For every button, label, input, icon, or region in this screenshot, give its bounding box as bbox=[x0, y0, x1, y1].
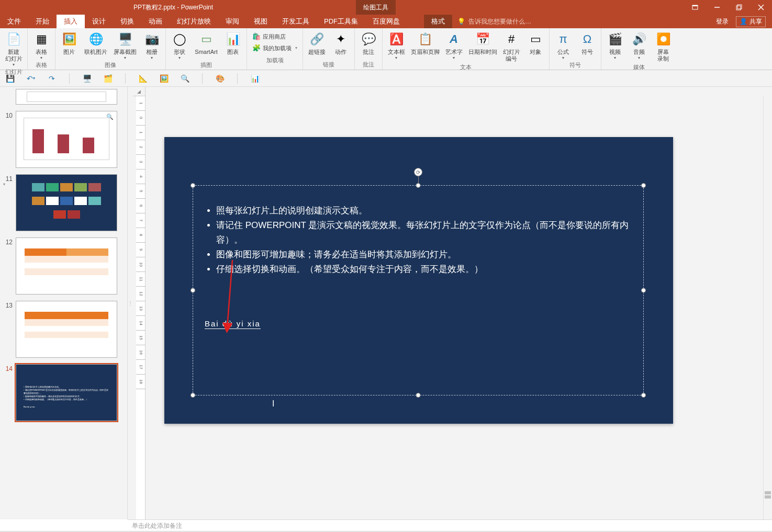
resize-handle-n[interactable] bbox=[416, 183, 421, 188]
chart-button[interactable]: 📊图表 bbox=[221, 29, 244, 55]
action-icon: ✦ bbox=[332, 31, 349, 48]
addins-icon: 🧩 bbox=[252, 44, 261, 52]
album-button[interactable]: 📷相册▾ bbox=[140, 29, 163, 60]
object-button[interactable]: ▭对象 bbox=[524, 29, 547, 55]
slide-14: ⟳ 照每张幻灯片上的说明创建演示文稿。 请记住 bbox=[164, 137, 673, 424]
qat-icon-4[interactable]: 🖼️ bbox=[158, 73, 170, 84]
tab-transitions[interactable]: 切换 bbox=[113, 15, 141, 28]
thumbnail-14[interactable]: 14 • 照每张幻灯片上的说明创建演示文稿。 • 请记住POWERPOINT是演… bbox=[0, 362, 127, 425]
resize-handle-sw[interactable] bbox=[191, 393, 195, 398]
my-addins-button[interactable]: 🧩我的加载项▾ bbox=[252, 43, 297, 53]
thumbnail-13[interactable]: 13 bbox=[0, 299, 127, 362]
tab-format[interactable]: 格式 bbox=[424, 15, 452, 28]
tab-animations[interactable]: 动画 bbox=[141, 15, 170, 28]
screen-rec-button[interactable]: ⏺️屏幕 录制 bbox=[652, 29, 675, 62]
tab-insert[interactable]: 插入 bbox=[57, 15, 85, 28]
header-footer-button[interactable]: 📋页眉和页脚 bbox=[409, 29, 441, 55]
picture-button[interactable]: 🖼️图片 bbox=[58, 29, 81, 55]
qat-icon-6[interactable]: 🎨 bbox=[214, 73, 226, 84]
audio-button[interactable]: 🔊音频▾ bbox=[628, 29, 651, 60]
tab-slideshow[interactable]: 幻灯片放映 bbox=[170, 15, 218, 28]
store-icon: 🛍️ bbox=[252, 32, 261, 41]
thumbnail-9[interactable] bbox=[0, 89, 127, 109]
store-button[interactable]: 🛍️应用商店 bbox=[252, 31, 297, 42]
resize-handle-nw[interactable] bbox=[191, 183, 195, 188]
rotate-handle[interactable]: ⟳ bbox=[414, 168, 422, 176]
thumbnail-12[interactable]: 12 bbox=[0, 235, 127, 299]
login-button[interactable]: 登录 bbox=[716, 17, 729, 26]
ribbon-options-icon[interactable] bbox=[684, 0, 706, 15]
tell-me-search[interactable]: 💡 告诉我您想要做什么… bbox=[452, 15, 536, 28]
shapes-button[interactable]: ◯形状▾ bbox=[168, 29, 191, 60]
splitter-handle[interactable]: ⋮ bbox=[128, 87, 133, 519]
album-icon: 📷 bbox=[143, 31, 160, 48]
slidenum-button[interactable]: #幻灯片 编号 bbox=[500, 29, 523, 62]
tab-file[interactable]: 文件 bbox=[0, 15, 28, 28]
action-button[interactable]: ✦动作 bbox=[329, 29, 352, 55]
hyperlink-icon: 🔗 bbox=[308, 31, 325, 48]
qat-icon-7[interactable]: 📊 bbox=[249, 73, 261, 84]
new-slide-button[interactable]: 📄 新建 幻灯片 ▾ bbox=[2, 29, 25, 67]
online-picture-button[interactable]: 🌐联机图片 bbox=[82, 29, 110, 55]
group-links: 🔗超链接 ✦动作 链接 bbox=[303, 28, 355, 70]
resize-handle-ne[interactable] bbox=[641, 183, 646, 188]
equation-button[interactable]: π公式▾ bbox=[552, 29, 575, 60]
redo-icon[interactable]: ↷ bbox=[46, 73, 58, 84]
textbox-content[interactable]: 照每张幻灯片上的说明创建演示文稿。 请记住 POWERPOINT 是演示文稿的视… bbox=[193, 186, 643, 349]
wordart-button[interactable]: A艺术字▾ bbox=[442, 29, 465, 60]
comment-icon: 💬 bbox=[360, 31, 377, 48]
qat-icon-1[interactable]: 🖥️ bbox=[81, 73, 93, 84]
notes-pane[interactable]: 单击此处添加备注 bbox=[128, 519, 772, 531]
group-illustrations: ◯形状▾ ▭SmartArt 📊图表 插图 bbox=[166, 28, 247, 70]
ime-composition-text: Bai dù yi xia bbox=[205, 319, 261, 329]
qat-icon-3[interactable]: 📐 bbox=[137, 73, 149, 84]
resize-handle-e[interactable] bbox=[641, 288, 646, 293]
content-textbox[interactable]: ⟳ 照每张幻灯片上的说明创建演示文稿。 请记住 bbox=[193, 185, 644, 395]
title-bar: PPT教程2.pptx - PowerPoint 绘图工具 bbox=[0, 0, 772, 15]
tab-pdf[interactable]: PDF工具集 bbox=[317, 15, 365, 28]
tab-home[interactable]: 开始 bbox=[28, 15, 57, 28]
undo-icon[interactable]: ↶ ▾ bbox=[25, 73, 37, 84]
qat-icon-2[interactable]: 🗂️ bbox=[102, 73, 114, 84]
group-slides: 📄 新建 幻灯片 ▾ 幻灯片 bbox=[0, 28, 28, 70]
share-button[interactable]: 👤 共享 bbox=[736, 16, 766, 27]
ribbon: 📄 新建 幻灯片 ▾ 幻灯片 ▦ 表格 ▾ 表格 🖼️图片 🌐联机图片 🖥️屏幕… bbox=[0, 28, 772, 70]
hyperlink-button[interactable]: 🔗超链接 bbox=[305, 29, 328, 55]
textbox-button[interactable]: 🅰️文本框▾ bbox=[385, 29, 408, 60]
qat-icon-5[interactable]: 🔍 bbox=[179, 73, 191, 84]
minimize-icon[interactable] bbox=[706, 0, 728, 15]
tab-view[interactable]: 视图 bbox=[247, 15, 275, 28]
resize-handle-w[interactable] bbox=[191, 288, 195, 293]
screenshot-icon: 🖥️ bbox=[117, 31, 133, 48]
thumbnail-10[interactable]: 10 🔍 bbox=[0, 109, 127, 172]
thumbnail-11[interactable]: 11 * bbox=[0, 172, 127, 235]
resize-handle-se[interactable] bbox=[641, 393, 646, 398]
smartart-button[interactable]: ▭SmartArt bbox=[192, 29, 220, 55]
video-button[interactable]: 🎬视频▾ bbox=[603, 29, 626, 60]
slide-thumbnails-pane[interactable]: 10 🔍 11 * bbox=[0, 87, 128, 519]
tab-design[interactable]: 设计 bbox=[85, 15, 113, 28]
datetime-button[interactable]: 📅日期和时间 bbox=[466, 29, 499, 55]
lightbulb-icon: 💡 bbox=[457, 18, 465, 25]
slide-canvas[interactable]: ⟳ 照每张幻灯片上的说明创建演示文稿。 请记住 bbox=[146, 96, 772, 519]
wordart-icon: A bbox=[445, 31, 462, 48]
resize-handle-s[interactable] bbox=[416, 393, 421, 398]
equation-icon: π bbox=[555, 31, 572, 48]
tab-developer[interactable]: 开发工具 bbox=[275, 15, 317, 28]
contextual-tab-label: 绘图工具 bbox=[356, 0, 396, 15]
textbox-icon: 🅰️ bbox=[388, 31, 405, 48]
group-comments: 💬批注 批注 bbox=[355, 28, 383, 70]
group-addins: 🛍️应用商店 🧩我的加载项▾ 加载项 bbox=[247, 28, 303, 70]
restore-icon[interactable] bbox=[728, 0, 750, 15]
shapes-icon: ◯ bbox=[171, 31, 188, 48]
tab-baidu[interactable]: 百度网盘 bbox=[365, 15, 407, 28]
vertical-ruler[interactable]: 10123456789101112131415161718 bbox=[136, 96, 146, 519]
comment-button[interactable]: 💬批注 bbox=[357, 29, 380, 55]
tab-review[interactable]: 审阅 bbox=[218, 15, 247, 28]
close-icon[interactable] bbox=[750, 0, 772, 15]
screenshot-button[interactable]: 🖥️屏幕截图▾ bbox=[111, 29, 139, 60]
symbol-button[interactable]: Ω符号 bbox=[576, 29, 599, 55]
save-icon[interactable]: 💾 bbox=[4, 73, 16, 84]
vertical-scrollbar[interactable] bbox=[763, 96, 772, 519]
table-button[interactable]: ▦ 表格 ▾ bbox=[30, 29, 53, 60]
